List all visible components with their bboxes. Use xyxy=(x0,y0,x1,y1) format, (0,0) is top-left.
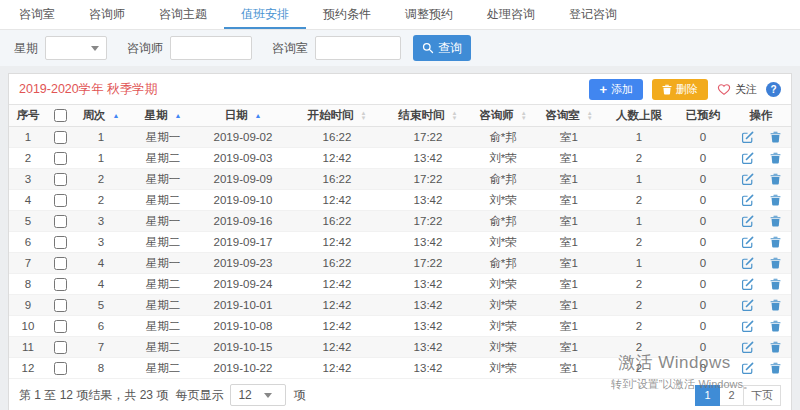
table-row: 11 7 星期二 2019-10-15 12:42 13:42 刘*荣 室1 2… xyxy=(9,337,791,358)
page-button-1[interactable]: 1 xyxy=(695,385,720,406)
edit-icon xyxy=(741,215,754,228)
week-filter-select[interactable] xyxy=(45,36,107,60)
table-row: 12 8 星期二 2019-10-22 12:42 13:42 刘*荣 室1 2… xyxy=(9,358,791,379)
edit-icon xyxy=(741,173,754,186)
tab-consult-room[interactable]: 咨询室 xyxy=(2,0,72,29)
row-checkbox[interactable] xyxy=(54,320,67,333)
room-cell: 室1 xyxy=(535,148,603,169)
start-time-cell: 12:42 xyxy=(289,295,385,316)
edit-button[interactable] xyxy=(741,236,754,249)
row-checkbox[interactable] xyxy=(54,152,67,165)
delete-row-button[interactable] xyxy=(770,257,781,269)
week-cell: 1 xyxy=(73,127,129,148)
column-header[interactable]: 星期▲ xyxy=(129,105,197,127)
row-checkbox[interactable] xyxy=(54,173,67,186)
counselor-cell: 刘*荣 xyxy=(471,190,535,211)
delete-row-button[interactable] xyxy=(770,341,781,353)
column-header[interactable]: 咨询师▲▼ xyxy=(471,105,535,127)
delete-row-button[interactable] xyxy=(770,152,781,164)
row-checkbox[interactable] xyxy=(54,215,67,228)
column-header[interactable]: 日期▲ xyxy=(197,105,289,127)
table-row: 10 6 星期二 2019-10-08 12:42 13:42 刘*荣 室1 2… xyxy=(9,316,791,337)
row-checkbox[interactable] xyxy=(54,257,67,270)
edit-button[interactable] xyxy=(741,299,754,312)
tab-counselor[interactable]: 咨询师 xyxy=(72,0,142,29)
edit-button[interactable] xyxy=(741,173,754,186)
counselor-cell: 俞*邦 xyxy=(471,211,535,232)
sort-asc-icon: ▲ xyxy=(255,112,262,119)
follow-button[interactable]: 关注 xyxy=(717,82,757,97)
actions-cell xyxy=(731,190,791,211)
tab-handle-consult[interactable]: 处理咨询 xyxy=(470,0,552,29)
edit-button[interactable] xyxy=(741,362,754,375)
row-checkbox[interactable] xyxy=(54,194,67,207)
page-button-2[interactable]: 2 xyxy=(719,385,744,406)
column-header[interactable]: 开始时间▲▼ xyxy=(289,105,385,127)
delete-row-button[interactable] xyxy=(770,362,781,374)
search-button[interactable]: 查询 xyxy=(413,35,471,61)
row-checkbox-cell xyxy=(47,127,73,148)
delete-row-button[interactable] xyxy=(770,320,781,332)
add-button[interactable]: + 添加 xyxy=(589,79,643,100)
delete-row-button[interactable] xyxy=(770,194,781,206)
column-header[interactable]: 结束时间▲▼ xyxy=(385,105,471,127)
max-cell: 2 xyxy=(603,232,675,253)
delete-row-button[interactable] xyxy=(770,215,781,227)
row-checkbox[interactable] xyxy=(54,236,67,249)
tab-booking-rules[interactable]: 预约条件 xyxy=(306,0,388,29)
table-row: 6 3 星期二 2019-09-17 12:42 13:42 刘*荣 室1 2 … xyxy=(9,232,791,253)
edit-button[interactable] xyxy=(741,194,754,207)
tab-adjust-booking[interactable]: 调整预约 xyxy=(388,0,470,29)
row-checkbox[interactable] xyxy=(54,341,67,354)
delete-row-button[interactable] xyxy=(770,299,781,311)
delete-row-button[interactable] xyxy=(770,131,781,143)
trash-icon xyxy=(770,362,781,374)
edit-button[interactable] xyxy=(741,215,754,228)
edit-button[interactable] xyxy=(741,278,754,291)
counselor-cell: 刘*荣 xyxy=(471,358,535,379)
delete-row-button[interactable] xyxy=(770,236,781,248)
edit-button[interactable] xyxy=(741,320,754,333)
edit-button[interactable] xyxy=(741,341,754,354)
trash-icon xyxy=(770,299,781,311)
room-filter-input[interactable] xyxy=(315,36,401,60)
edit-button[interactable] xyxy=(741,131,754,144)
end-time-cell: 13:42 xyxy=(385,316,471,337)
row-index: 5 xyxy=(9,211,47,232)
start-time-cell: 12:42 xyxy=(289,316,385,337)
delete-button[interactable]: 删除 xyxy=(652,79,708,100)
select-all-checkbox[interactable] xyxy=(54,109,67,122)
row-checkbox-cell xyxy=(47,337,73,358)
per-page-value: 12 xyxy=(238,388,251,402)
row-checkbox[interactable] xyxy=(54,278,67,291)
booked-cell: 0 xyxy=(675,316,731,337)
row-checkbox[interactable] xyxy=(54,131,67,144)
column-header[interactable]: 周次▲ xyxy=(73,105,129,127)
delete-row-button[interactable] xyxy=(770,173,781,185)
counselor-cell: 刘*荣 xyxy=(471,337,535,358)
column-header[interactable]: 咨询室▲▼ xyxy=(535,105,603,127)
edit-button[interactable] xyxy=(741,152,754,165)
row-checkbox[interactable] xyxy=(54,362,67,375)
tab-register-consult[interactable]: 登记咨询 xyxy=(552,0,634,29)
tab-consult-topic[interactable]: 咨询主题 xyxy=(142,0,224,29)
row-index: 8 xyxy=(9,274,47,295)
room-cell: 室1 xyxy=(535,274,603,295)
counselor-filter-input[interactable] xyxy=(170,36,252,60)
counselor-cell: 俞*邦 xyxy=(471,253,535,274)
help-icon[interactable]: ? xyxy=(766,82,781,97)
day-cell: 星期一 xyxy=(129,253,197,274)
delete-button-label: 删除 xyxy=(676,82,698,97)
row-checkbox-cell xyxy=(47,148,73,169)
edit-button[interactable] xyxy=(741,257,754,270)
booked-cell: 0 xyxy=(675,337,731,358)
row-index: 1 xyxy=(9,127,47,148)
row-checkbox[interactable] xyxy=(54,299,67,312)
results-summary: 第 1 至 12 项结果，共 23 项 xyxy=(19,387,168,404)
trash-icon xyxy=(770,173,781,185)
tab-duty-schedule[interactable]: 值班安排 xyxy=(224,0,306,29)
max-cell: 2 xyxy=(603,274,675,295)
delete-row-button[interactable] xyxy=(770,278,781,290)
per-page-select[interactable]: 12 xyxy=(230,384,286,406)
next-page-button[interactable]: 下页 xyxy=(743,385,781,406)
